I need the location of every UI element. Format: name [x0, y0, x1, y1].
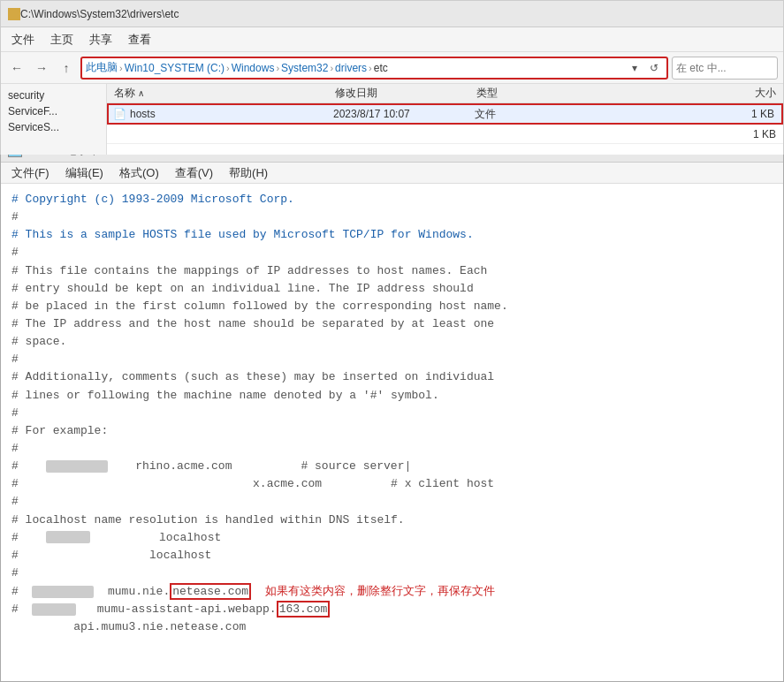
line-11: # Additionally, comments (such as these)…	[11, 368, 773, 386]
col-header-date[interactable]: 修改日期	[331, 86, 473, 101]
col-header-size[interactable]: 大小	[561, 86, 780, 101]
line-21: # localhost	[11, 547, 773, 565]
line-16: # rhino.acme.com # source server|	[11, 458, 773, 475]
line-3: # This is a sample HOSTS file used by Mi…	[11, 226, 773, 244]
breadcrumb-system32[interactable]: System32	[281, 62, 328, 74]
line-19: # localhost name resolution is handled w…	[11, 512, 773, 529]
line-6: # entry should be kept on an individual …	[11, 280, 773, 298]
notepad-content[interactable]: # Copyright (c) 1993-2009 Microsoft Corp…	[1, 184, 783, 681]
col-header-name[interactable]: 名称 ∧	[110, 86, 331, 101]
notepad-menu-format[interactable]: 格式(O)	[112, 163, 166, 183]
line-15: #	[11, 440, 773, 458]
blurred-ip-1	[46, 460, 108, 473]
explorer-menu-bar: 文件 主页 共享 查看	[1, 27, 783, 52]
line-9: # space.	[11, 333, 773, 351]
breadcrumb-drive[interactable]: Win10_SYSTEM (C:)	[125, 62, 225, 74]
folder-icon	[8, 8, 20, 20]
netease-domain-text: netease.com	[172, 585, 248, 598]
file-size-cell: 1 KB	[559, 108, 778, 120]
explorer-title-bar: C:\Windows\System32\drivers\etc	[1, 1, 783, 27]
line-5: # This file contains the mappings of IP …	[11, 262, 773, 280]
netease-domain-highlight: netease.com	[170, 583, 251, 600]
nav-up-button[interactable]: ↑	[56, 57, 77, 79]
breadcrumb-drivers[interactable]: drivers	[335, 62, 367, 74]
blurred-ip-3	[32, 586, 94, 598]
breadcrumb-path: 此电脑 › Win10_SYSTEM (C:) › Windows › Syst…	[86, 60, 622, 75]
sidebar-item-services[interactable]: ServiceS...	[1, 119, 106, 135]
line-22: #	[11, 565, 773, 582]
line-7: # be placed in the first column followed…	[11, 298, 773, 315]
address-dropdown-button[interactable]: ▾	[626, 59, 643, 77]
sidebar-item-servicef[interactable]: ServiceF...	[1, 103, 106, 119]
menu-view[interactable]: 查看	[121, 30, 158, 49]
line-4: #	[11, 244, 773, 261]
line-13: #	[11, 405, 773, 422]
breadcrumb-computer[interactable]: 此电脑	[86, 60, 118, 75]
line-18: #	[11, 493, 773, 511]
address-bar[interactable]: 此电脑 › Win10_SYSTEM (C:) › Windows › Syst…	[80, 57, 668, 80]
menu-home[interactable]: 主页	[43, 30, 80, 49]
line-20: # localhost	[11, 529, 773, 547]
file-icon: 📄	[112, 107, 126, 121]
notepad-menu-help[interactable]: 帮助(H)	[222, 163, 275, 183]
domain-163-highlight: 163.com	[277, 601, 331, 618]
line-24: # mumu-assistant-api.webapp.163.com	[11, 601, 773, 618]
table-row-hosts[interactable]: 📄 hosts 2023/8/17 10:07 文件 1 KB	[107, 103, 783, 125]
explorer-title: C:\Windows\System32\drivers\etc	[20, 8, 179, 20]
line-2: #	[11, 208, 773, 226]
search-input[interactable]	[672, 57, 778, 80]
blurred-ip-4	[32, 603, 76, 616]
blurred-ip-2	[46, 531, 90, 543]
nav-forward-button[interactable]: →	[31, 57, 52, 79]
notepad-menu-file[interactable]: 文件(F)	[4, 163, 57, 183]
file-table-header: 名称 ∧ 修改日期 类型 大小	[107, 84, 783, 103]
nav-back-button[interactable]: ←	[6, 57, 27, 79]
address-refresh-button[interactable]: ↺	[645, 59, 663, 77]
sidebar-panel: security ServiceF... ServiceS...	[1, 84, 107, 155]
menu-file[interactable]: 文件	[4, 30, 42, 49]
line-1: # Copyright (c) 1993-2009 Microsoft Corp…	[11, 191, 773, 208]
line-10: #	[11, 351, 773, 368]
line-8: # The IP address and the host name shoul…	[11, 315, 773, 333]
file-content-area: 名称 ∧ 修改日期 类型 大小 📄 hosts 2023/8/17 10:07 …	[107, 84, 783, 155]
notepad-window: hosts - 记事本 文件(F) 编辑(E) 格式(O) 查看(V) 帮助(H…	[0, 137, 784, 682]
domain-163-text: 163.com	[279, 602, 328, 616]
address-bar-actions: ▾ ↺	[626, 59, 663, 77]
line-14: # For example:	[11, 422, 773, 440]
line-25: api.mumu3.nie.netease.com	[11, 618, 773, 636]
breadcrumb-etc[interactable]: etc	[374, 62, 388, 74]
breadcrumb-windows[interactable]: Windows	[232, 62, 275, 74]
explorer-window: C:\Windows\System32\drivers\etc 文件 主页 共享…	[0, 0, 784, 155]
menu-share[interactable]: 共享	[82, 30, 119, 49]
line-23: # mumu.nie.netease.com 如果有这类内容，删除整行文字，再保…	[11, 582, 773, 601]
file-date-cell: 2023/8/17 10:07	[330, 108, 471, 120]
red-annotation-text: 如果有这类内容，删除整行文字，再保存文件	[265, 584, 495, 597]
file-name-text: hosts	[130, 108, 156, 120]
file-list-area: security ServiceF... ServiceS... 名称 ∧ 修改…	[1, 84, 783, 155]
explorer-toolbar: ← → ↑ 此电脑 › Win10_SYSTEM (C:) › Windows …	[1, 52, 783, 84]
col-header-type[interactable]: 类型	[473, 86, 561, 101]
file-name-cell: 📄 hosts	[112, 107, 330, 121]
notepad-menu-edit[interactable]: 编辑(E)	[58, 163, 110, 183]
file-type-cell: 文件	[471, 107, 559, 122]
table-row-extra: 1 KB	[107, 125, 783, 144]
file-extra-size: 1 KB	[558, 128, 780, 140]
notepad-menu-view[interactable]: 查看(V)	[168, 163, 220, 183]
sidebar-item-security[interactable]: security	[1, 87, 106, 103]
notepad-menu-bar: 文件(F) 编辑(E) 格式(O) 查看(V) 帮助(H)	[1, 163, 783, 184]
line-12: # lines or following the machine name de…	[11, 387, 773, 405]
sort-icon: ∧	[138, 88, 144, 98]
line-17: # x.acme.com # x client host	[11, 475, 773, 493]
